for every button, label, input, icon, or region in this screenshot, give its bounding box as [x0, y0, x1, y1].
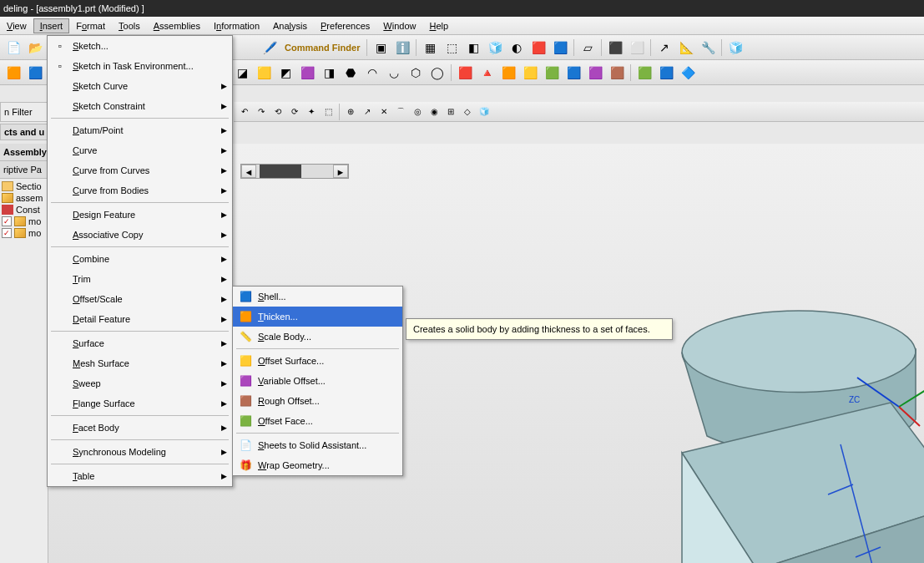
toolbar-btn[interactable]: ✦: [304, 104, 319, 119]
menu-item-detail-feature[interactable]: Detail Feature▶: [48, 309, 232, 329]
submenu-item-sheets-to-solid-assistant[interactable]: 📄Sheets to Solid Assistant...: [233, 435, 402, 455]
toolbar-btn[interactable]: 🧊: [485, 38, 505, 58]
submenu-item-offset-face[interactable]: 🟩Offset Face...: [233, 411, 402, 431]
submenu-item-offset-surface[interactable]: 🟨Offset Surface...: [233, 351, 402, 371]
submenu-item-variable-offset[interactable]: 🟪Variable Offset...: [233, 371, 402, 391]
toolbar-btn[interactable]: 🟪: [585, 63, 605, 83]
toolbar-btn[interactable]: ✕: [376, 104, 391, 119]
command-finder-icon[interactable]: 🖊️: [260, 38, 280, 58]
menu-item-curve-from-bodies[interactable]: Curve from Bodies▶: [48, 180, 232, 200]
toolbar-btn[interactable]: ◡: [384, 63, 404, 83]
toolbar-btn[interactable]: 🟪: [297, 63, 317, 83]
menu-item-surface[interactable]: Surface▶: [48, 333, 232, 353]
menu-item-facet-body[interactable]: Facet Body▶: [48, 418, 232, 438]
menu-item-curve-from-curves[interactable]: Curve from Curves▶: [48, 160, 232, 180]
toolbar-btn[interactable]: ⬣: [341, 63, 361, 83]
toolbar-btn[interactable]: 🟦: [563, 63, 583, 83]
menu-item-mesh-surface[interactable]: Mesh Surface▶: [48, 353, 232, 373]
submenu-item-wrap-geometry[interactable]: 🎁Wrap Geometry...: [233, 455, 402, 475]
toolbar-btn[interactable]: ◇: [460, 104, 475, 119]
toolbar-btn[interactable]: ⬡: [406, 63, 426, 83]
toolbar-btn[interactable]: ⬛: [605, 38, 625, 58]
toolbar-btn[interactable]: 🔧: [698, 38, 718, 58]
toolbar-btn[interactable]: ▱: [578, 38, 598, 58]
submenu-item-scale-body[interactable]: 📏Scale Body...: [233, 327, 402, 347]
toolbar-btn[interactable]: 🧊: [725, 38, 745, 58]
scroll-thumb[interactable]: [260, 165, 301, 178]
menu-item-combine[interactable]: Combine▶: [48, 249, 232, 269]
submenu-item-thicken[interactable]: 🟧Thicken...: [233, 307, 402, 327]
toolbar-btn[interactable]: ◐: [507, 38, 527, 58]
tree-row[interactable]: Sectio: [2, 180, 46, 192]
toolbar-btn[interactable]: ▦: [420, 38, 440, 58]
new-file-button[interactable]: 📄: [3, 38, 23, 58]
menu-item-associative-copy[interactable]: Associative Copy▶: [48, 225, 232, 245]
checkbox-icon[interactable]: ✓: [2, 228, 12, 238]
menu-item-sketch[interactable]: ▫Sketch...: [48, 36, 232, 56]
toolbar-btn[interactable]: ↷: [254, 104, 269, 119]
toolbar-btn[interactable]: 🟥: [455, 63, 475, 83]
toolbar-btn[interactable]: ↗: [654, 38, 674, 58]
toolbar-btn[interactable]: ◧: [463, 38, 483, 58]
scroll-left-arrow[interactable]: ◄: [241, 165, 256, 178]
toolbar-btn[interactable]: ↗: [360, 104, 375, 119]
menu-information[interactable]: Information: [207, 18, 266, 33]
toolbar-btn[interactable]: ◨: [319, 63, 339, 83]
toolbar-btn[interactable]: ◠: [362, 63, 382, 83]
toolbar-btn[interactable]: 🟥: [528, 38, 548, 58]
toolbar-btn[interactable]: ◉: [427, 104, 442, 119]
menu-item-curve[interactable]: Curve▶: [48, 140, 232, 160]
menu-item-flange-surface[interactable]: Flange Surface▶: [48, 393, 232, 413]
toolbar-btn[interactable]: ⊕: [343, 104, 358, 119]
menu-item-table[interactable]: Table▶: [48, 466, 232, 486]
menu-item-datum-point[interactable]: Datum/Point▶: [48, 120, 232, 140]
tree-row[interactable]: assem: [2, 192, 46, 204]
tree-row[interactable]: ✓mo: [2, 227, 46, 239]
toolbar-btn[interactable]: 🟫: [607, 63, 627, 83]
command-finder-label[interactable]: Command Finder: [281, 43, 363, 53]
toolbar-btn[interactable]: 📐: [676, 38, 696, 58]
toolbar-btn[interactable]: ▣: [371, 38, 391, 58]
menu-item-sketch-constraint[interactable]: Sketch Constraint▶: [48, 96, 232, 116]
toolbar-btn[interactable]: ⬚: [442, 38, 462, 58]
toolbar-btn[interactable]: ⬚: [321, 104, 336, 119]
menu-item-offset-scale[interactable]: Offset/Scale▶: [48, 289, 232, 309]
toolbar-btn[interactable]: ⌒: [393, 104, 408, 119]
menu-insert[interactable]: Insert: [33, 18, 70, 33]
menu-format[interactable]: Format: [69, 18, 112, 33]
menu-item-sketch-curve[interactable]: Sketch Curve▶: [48, 76, 232, 96]
toolbar-btn[interactable]: ◎: [410, 104, 425, 119]
menu-analysis[interactable]: Analysis: [266, 18, 314, 33]
toolbar-btn[interactable]: 🟧: [498, 63, 518, 83]
menu-tools[interactable]: Tools: [112, 18, 147, 33]
menu-preferences[interactable]: Preferences: [314, 18, 376, 33]
toolbar-btn[interactable]: ⟲: [270, 104, 285, 119]
menu-assemblies[interactable]: Assemblies: [147, 18, 207, 33]
scroll-right-arrow[interactable]: ►: [333, 165, 348, 178]
menu-item-trim[interactable]: Trim▶: [48, 269, 232, 289]
info-button[interactable]: ℹ️: [392, 38, 412, 58]
assembly-tree[interactable]: Sectio assem Const ✓mo ✓mo: [0, 179, 48, 241]
toolbar-btn[interactable]: 🟩: [634, 63, 654, 83]
toolbar-btn[interactable]: 🟦: [656, 63, 676, 83]
toolbar-btn[interactable]: ↶: [237, 104, 252, 119]
checkbox-icon[interactable]: ✓: [2, 216, 12, 226]
toolbar-btn[interactable]: ⊞: [443, 104, 458, 119]
toolbar-btn[interactable]: 🔷: [678, 63, 698, 83]
toolbar-btn[interactable]: 🔺: [477, 63, 497, 83]
toolbar-btn[interactable]: ⟳: [287, 104, 302, 119]
submenu-item-rough-offset[interactable]: 🟫Rough Offset...: [233, 391, 402, 411]
toolbar-btn[interactable]: 🟨: [254, 63, 274, 83]
toolbar-btn[interactable]: ⬜: [627, 38, 647, 58]
tree-row[interactable]: ✓mo: [2, 216, 46, 227]
toolbar-btn[interactable]: 🟦: [25, 63, 45, 83]
tree-row[interactable]: Const: [2, 204, 46, 216]
toolbar-btn[interactable]: 🧊: [477, 104, 492, 119]
menu-item-sweep[interactable]: Sweep▶: [48, 373, 232, 393]
toolbar-btn[interactable]: ◩: [275, 63, 295, 83]
submenu-item-shell[interactable]: 🟦Shell...: [233, 287, 402, 307]
menu-window[interactable]: Window: [376, 18, 422, 33]
toolbar-btn[interactable]: 🟦: [550, 38, 570, 58]
open-file-button[interactable]: 📂: [25, 38, 45, 58]
toolbar-btn[interactable]: 🟧: [3, 63, 23, 83]
